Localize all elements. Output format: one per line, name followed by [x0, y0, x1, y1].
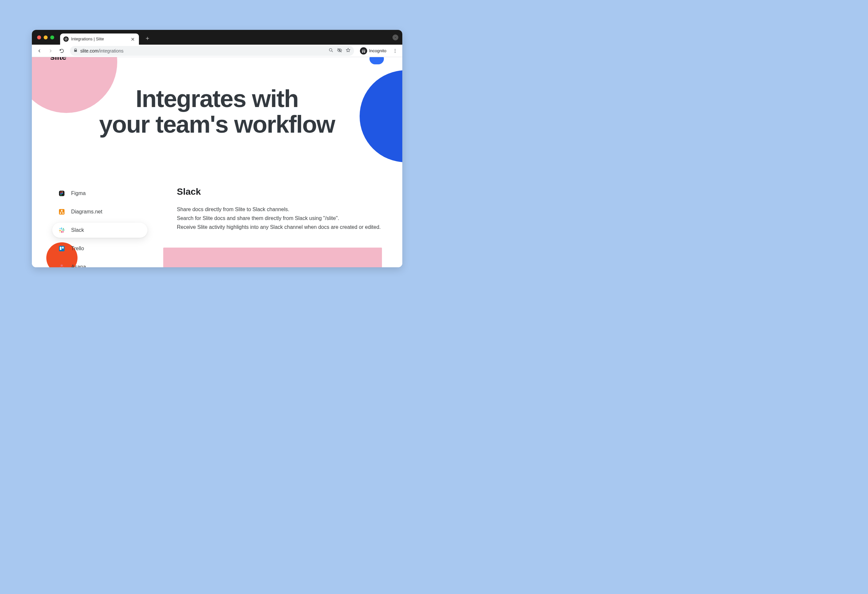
svg-point-31 — [62, 267, 64, 267]
svg-point-3 — [362, 52, 363, 53]
browser-tab[interactable]: Integrations | Slite ✕ — [60, 34, 139, 45]
site-nav: slite — [32, 57, 402, 62]
address-bar[interactable]: slite.com/integrations — [70, 46, 354, 56]
brand-logo[interactable]: slite — [50, 57, 66, 62]
svg-point-12 — [61, 193, 63, 194]
svg-point-4 — [364, 52, 365, 53]
svg-point-25 — [63, 231, 64, 233]
svg-rect-16 — [60, 213, 61, 214]
new-tab-button[interactable]: ＋ — [143, 34, 151, 42]
primary-cta-button[interactable] — [369, 57, 384, 64]
incognito-icon — [360, 47, 367, 55]
svg-point-6 — [394, 50, 395, 51]
svg-point-24 — [59, 231, 61, 233]
tab-title: Integrations | Slite — [71, 37, 127, 41]
back-button[interactable] — [34, 46, 44, 56]
integration-label: Diagrams.net — [71, 209, 102, 215]
window-maximize-button[interactable] — [50, 35, 54, 40]
lock-icon — [73, 48, 78, 53]
zoom-icon[interactable] — [328, 48, 334, 54]
svg-point-29 — [61, 265, 63, 267]
svg-point-5 — [394, 49, 395, 50]
window-traffic-lights — [37, 35, 54, 40]
integration-label: Trello — [71, 246, 84, 252]
tab-close-button[interactable]: ✕ — [130, 36, 136, 42]
window-minimize-button[interactable] — [44, 35, 47, 40]
browser-menu-button[interactable] — [390, 48, 400, 53]
integration-detail-title: Slack — [177, 187, 382, 197]
compass-icon — [63, 37, 69, 42]
integration-item-figma[interactable]: Figma — [52, 186, 148, 201]
bookmark-star-icon[interactable] — [345, 48, 351, 54]
integrations-list: Figma Diagrams.net — [52, 184, 148, 267]
integration-detail-line: Search for Slite docs and share them dir… — [177, 214, 382, 223]
svg-rect-20 — [61, 231, 62, 233]
svg-point-10 — [61, 192, 63, 193]
diagrams-icon — [58, 208, 65, 215]
forward-button[interactable] — [46, 46, 56, 56]
window-close-button[interactable] — [37, 35, 41, 40]
hero-line-1: Integrates with — [136, 85, 298, 112]
figma-icon — [58, 190, 65, 197]
tracking-blocked-icon[interactable] — [337, 48, 342, 54]
browser-toolbar: slite.com/integrations — [32, 45, 402, 57]
page-viewport: slite Integrates with your team's workfl… — [32, 57, 402, 267]
incognito-label: Incognito — [369, 48, 387, 53]
svg-point-22 — [59, 228, 61, 229]
integration-item-diagrams[interactable]: Diagrams.net — [52, 204, 148, 220]
asana-icon — [58, 263, 65, 267]
svg-point-1 — [329, 49, 332, 51]
svg-rect-21 — [62, 230, 64, 230]
svg-point-11 — [60, 193, 61, 194]
hero-line-2: your team's workflow — [99, 111, 335, 138]
integration-preview-panel — [163, 248, 382, 267]
svg-point-30 — [59, 267, 61, 267]
svg-rect-19 — [59, 230, 61, 231]
integration-item-trello[interactable]: Trello — [52, 241, 148, 256]
tabs-dropdown-button[interactable] — [393, 34, 399, 40]
url-path: /integrations — [99, 48, 124, 53]
svg-point-23 — [63, 228, 64, 229]
svg-point-13 — [60, 194, 61, 195]
svg-point-9 — [60, 192, 61, 193]
integration-detail-line: Share docs directly from Slite to Slack … — [177, 206, 382, 214]
integration-label: Asana — [71, 264, 86, 267]
incognito-indicator[interactable]: Incognito — [357, 46, 389, 56]
tab-strip: Integrations | Slite ✕ ＋ — [32, 30, 402, 45]
url-text: slite.com/integrations — [80, 48, 326, 53]
hero-title: Integrates with your team's workflow — [32, 86, 402, 137]
trello-icon — [58, 245, 65, 252]
integration-label: Slack — [71, 227, 84, 233]
integration-label: Figma — [71, 190, 86, 196]
svg-rect-15 — [61, 210, 62, 211]
svg-rect-17 — [62, 213, 63, 214]
integration-detail-line: Receive Slite activity highlights into a… — [177, 223, 382, 231]
svg-rect-18 — [61, 227, 62, 230]
url-host: slite.com — [80, 48, 99, 53]
slack-icon — [58, 227, 65, 234]
integration-item-asana[interactable]: Asana — [52, 259, 148, 267]
svg-rect-27 — [60, 246, 61, 250]
integration-item-slack[interactable]: Slack — [52, 223, 148, 238]
browser-window: Integrations | Slite ✕ ＋ — [32, 30, 402, 267]
svg-point-7 — [394, 52, 395, 53]
reload-button[interactable] — [57, 46, 66, 56]
svg-rect-28 — [62, 246, 63, 249]
